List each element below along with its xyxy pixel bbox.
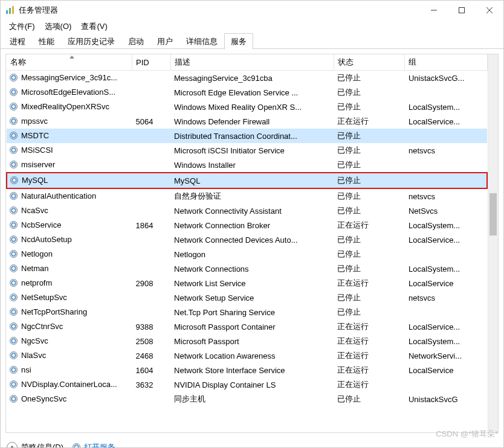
tab-users[interactable]: 用户 xyxy=(150,33,179,50)
table-row[interactable]: netprofm2908Network List Service正在运行Loca… xyxy=(7,276,487,290)
tab-processes[interactable]: 进程 xyxy=(3,33,32,50)
cell-pid xyxy=(132,85,170,100)
menu-view[interactable]: 查看(V) xyxy=(77,20,113,33)
cell-group xyxy=(405,158,487,173)
table-row[interactable]: nsi1604Network Store Interface Service正在… xyxy=(7,363,487,377)
col-name[interactable]: 名称 xyxy=(7,54,132,71)
cell-pid: 2508 xyxy=(132,334,170,348)
table-row[interactable]: NgcCtnrSvc9388Microsoft Passport Contain… xyxy=(7,319,487,334)
table-row[interactable]: NlaSvc2468Network Location Awareness正在运行… xyxy=(7,348,487,363)
table-row[interactable]: MicrosoftEdgeElevationS...Microsoft Edge… xyxy=(7,85,487,100)
table-row[interactable]: NcaSvcNetwork Connectivity Assistant已停止N… xyxy=(7,203,487,218)
tab-services[interactable]: 服务 xyxy=(224,33,253,50)
cell-status: 已停止 xyxy=(334,247,405,261)
tabbar: 进程 性能 应用历史记录 启动 用户 详细信息 服务 xyxy=(1,33,503,49)
table-row[interactable]: NaturalAuthentication自然身份验证已停止netsvcs xyxy=(7,188,487,203)
tab-app-history[interactable]: 应用历史记录 xyxy=(61,33,121,50)
table-row[interactable]: mpssvc5064Windows Defender Firewall正在运行L… xyxy=(7,114,487,129)
table-row[interactable]: NetmanNetwork Connections已停止LocalSystem.… xyxy=(7,261,487,276)
table-row[interactable]: MSiSCSIMicrosoft iSCSI Initiator Service… xyxy=(7,143,487,158)
col-group[interactable]: 组 xyxy=(405,54,487,71)
tab-details[interactable]: 详细信息 xyxy=(179,33,224,50)
cell-desc: 同步主机 xyxy=(170,392,334,406)
cell-status: 已停止 xyxy=(334,71,405,86)
svg-rect-1 xyxy=(9,8,11,14)
cell-pid xyxy=(132,188,170,203)
tab-performance[interactable]: 性能 xyxy=(32,33,61,50)
cell-name: NgcCtnrSvc xyxy=(7,319,132,334)
col-status[interactable]: 状态 xyxy=(334,54,405,71)
services-table[interactable]: 名称 PID 描述 状态 组 MessagingService_3c91c...… xyxy=(6,54,488,406)
cell-status: 已停止 xyxy=(334,129,405,143)
cell-status: 正在运行 xyxy=(334,276,405,290)
cell-status: 正在运行 xyxy=(334,377,405,392)
menu-file[interactable]: 文件(F) xyxy=(5,20,41,33)
service-icon xyxy=(9,264,19,274)
menu-options[interactable]: 选项(O) xyxy=(41,20,78,33)
cell-group: LocalService... xyxy=(405,319,487,334)
maximize-button[interactable] xyxy=(448,1,476,20)
cell-desc: Network Connection Broker xyxy=(170,218,334,232)
table-row[interactable]: MixedRealityOpenXRSvcWindows Mixed Reali… xyxy=(7,100,487,114)
cell-desc: NVIDIA Display Container LS xyxy=(170,377,334,392)
table-row[interactable]: NetTcpPortSharingNet.Tcp Port Sharing Se… xyxy=(7,305,487,319)
cell-desc: Microsoft iSCSI Initiator Service xyxy=(170,143,334,158)
open-services-link[interactable]: 打开服务 xyxy=(72,442,115,448)
cell-name: NcdAutoSetup xyxy=(7,232,132,247)
cell-status: 正在运行 xyxy=(334,114,405,129)
service-icon xyxy=(9,365,19,375)
services-table-container: 名称 PID 描述 状态 组 MessagingService_3c91c...… xyxy=(5,54,499,433)
cell-desc: MessagingService_3c91cba xyxy=(170,71,334,86)
cell-desc: Distributed Transaction Coordinat... xyxy=(170,129,334,143)
chevron-up-icon xyxy=(7,442,18,448)
table-row[interactable]: MySQLMySQL已停止 xyxy=(7,173,487,188)
cell-name: MicrosoftEdgeElevationS... xyxy=(7,85,132,100)
table-row[interactable]: MessagingService_3c91c...MessagingServic… xyxy=(7,71,487,86)
minimize-button[interactable] xyxy=(420,1,448,20)
table-row[interactable]: NcbService1864Network Connection Broker正… xyxy=(7,218,487,232)
close-button[interactable] xyxy=(476,1,503,20)
cell-desc: MySQL xyxy=(170,173,334,188)
svg-rect-0 xyxy=(6,10,8,14)
tab-startup[interactable]: 启动 xyxy=(121,33,150,50)
col-pid[interactable]: PID xyxy=(132,54,170,71)
cell-name: NgcSvc xyxy=(7,334,132,348)
table-row[interactable]: OneSyncSvc同步主机已停止UnistackSvcG xyxy=(7,392,487,406)
col-desc[interactable]: 描述 xyxy=(170,54,334,71)
cell-pid: 3632 xyxy=(132,377,170,392)
table-row[interactable]: NgcSvc2508Microsoft Passport正在运行LocalSys… xyxy=(7,334,487,348)
cell-group: netsvcs xyxy=(405,143,487,158)
table-row[interactable]: NVDisplay.ContainerLoca...3632NVIDIA Dis… xyxy=(7,377,487,392)
cell-pid xyxy=(132,290,170,305)
cell-name: MySQL xyxy=(7,173,132,188)
cell-name: mpssvc xyxy=(7,114,132,129)
menubar: 文件(F) 选项(O) 查看(V) xyxy=(1,20,503,33)
cell-name: NaturalAuthentication xyxy=(7,188,132,203)
less-details-link[interactable]: 简略信息(D) xyxy=(7,442,63,448)
cell-group xyxy=(405,247,487,261)
cell-group: LocalSystem... xyxy=(405,218,487,232)
cell-group: NetSvcs xyxy=(405,203,487,218)
cell-pid: 2908 xyxy=(132,276,170,290)
cell-desc: Windows Installer xyxy=(170,158,334,173)
table-row[interactable]: msiserverWindows Installer已停止 xyxy=(7,158,487,173)
cell-name: NetSetupSvc xyxy=(7,290,132,305)
cell-status: 已停止 xyxy=(334,290,405,305)
cell-name: Netman xyxy=(7,261,132,276)
cell-name: Netlogon xyxy=(7,247,132,261)
service-icon xyxy=(10,176,19,185)
table-row[interactable]: NetlogonNetlogon已停止 xyxy=(7,247,487,261)
table-row[interactable]: NcdAutoSetupNetwork Connected Devices Au… xyxy=(7,232,487,247)
table-row[interactable]: MSDTCDistributed Transaction Coordinat..… xyxy=(7,129,487,143)
cell-name: MessagingService_3c91c... xyxy=(7,71,132,86)
vertical-scrollbar[interactable] xyxy=(488,54,498,432)
cell-status: 已停止 xyxy=(334,305,405,319)
cell-group xyxy=(405,173,487,188)
cell-group: LocalSystem... xyxy=(405,100,487,114)
service-icon xyxy=(9,191,19,201)
table-row[interactable]: NetSetupSvcNetwork Setup Service已停止netsv… xyxy=(7,290,487,305)
cell-status: 已停止 xyxy=(334,232,405,247)
cell-desc: Microsoft Passport xyxy=(170,334,334,348)
scrollbar-thumb[interactable] xyxy=(489,193,497,235)
service-icon xyxy=(9,336,19,346)
